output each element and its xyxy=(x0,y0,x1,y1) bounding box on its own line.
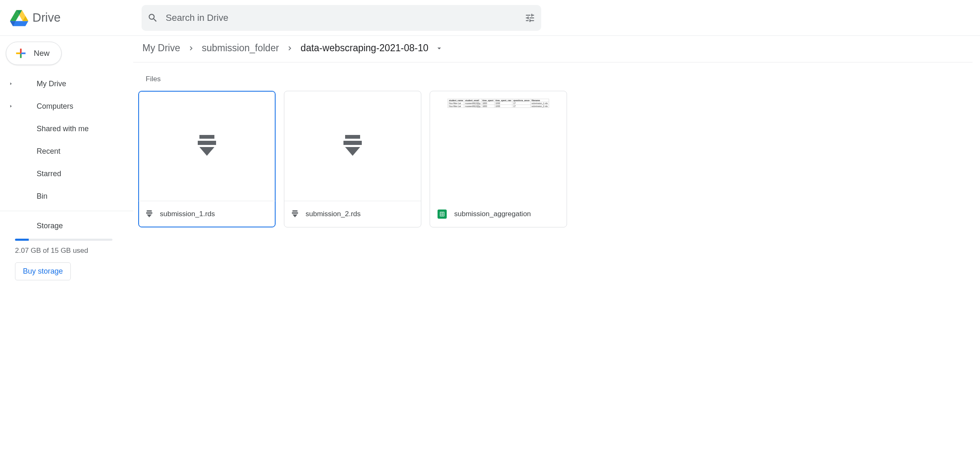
nav-item-starred[interactable]: Starred xyxy=(0,162,133,185)
svg-marker-11 xyxy=(293,215,298,217)
expand-caret-icon[interactable] xyxy=(7,80,14,87)
search-input[interactable] xyxy=(166,12,525,23)
file-card[interactable]: student_name student_email time_spent ti… xyxy=(430,91,567,227)
dropdown-caret-icon[interactable] xyxy=(435,44,443,52)
divider xyxy=(0,211,133,211)
nav-label: Bin xyxy=(37,192,47,201)
file-card[interactable]: submission_2.rds xyxy=(284,91,421,227)
expand-caret-icon[interactable] xyxy=(7,103,14,110)
logo-text: Drive xyxy=(32,11,61,25)
drive-logo-icon xyxy=(10,10,28,26)
file-footer: submission_aggregation xyxy=(430,201,567,227)
chevron-right-icon xyxy=(187,44,195,52)
svg-rect-10 xyxy=(292,212,298,214)
file-thumbnail: student_name student_email time_spent ti… xyxy=(430,91,567,201)
nav-item-storage[interactable]: Storage xyxy=(15,215,133,237)
breadcrumb-item[interactable]: My Drive xyxy=(139,41,184,55)
nav-item-computers[interactable]: Computers xyxy=(0,95,133,117)
storage-used-text: 2.07 GB of 15 GB used xyxy=(15,247,133,255)
svg-rect-1 xyxy=(198,141,216,145)
svg-marker-2 xyxy=(199,147,214,156)
logo[interactable]: Drive xyxy=(10,10,142,26)
generic-file-icon xyxy=(146,210,152,218)
nav-item-bin[interactable]: Bin xyxy=(0,185,133,207)
svg-rect-3 xyxy=(147,210,152,212)
file-footer: submission_2.rds xyxy=(284,201,421,227)
svg-rect-4 xyxy=(146,212,152,214)
nav-item-shared[interactable]: Shared with me xyxy=(0,117,133,140)
search-options-icon[interactable] xyxy=(525,12,535,23)
sheets-icon xyxy=(438,210,447,219)
nav-label: Computers xyxy=(37,102,73,111)
sheets-preview-table: student_name student_email time_spent ti… xyxy=(448,99,549,108)
breadcrumb-item-current[interactable]: data-webscraping-2021-08-10 xyxy=(297,41,432,55)
generic-file-icon xyxy=(198,135,216,157)
nav-label: My Drive xyxy=(37,80,66,88)
search-bar[interactable] xyxy=(142,5,541,31)
file-name: submission_aggregation xyxy=(454,210,531,218)
buy-storage-button[interactable]: Buy storage xyxy=(15,262,71,280)
nav-label: Starred xyxy=(37,170,61,178)
file-thumbnail xyxy=(284,91,421,201)
storage-label: Storage xyxy=(37,222,63,230)
nav-item-recent[interactable]: Recent xyxy=(0,140,133,162)
file-footer: submission_1.rds xyxy=(139,201,275,227)
nav-item-mydrive[interactable]: My Drive xyxy=(0,72,133,95)
plus-icon xyxy=(14,46,28,60)
chevron-right-icon xyxy=(286,44,294,52)
new-button[interactable]: New xyxy=(6,42,62,65)
nav-label: Shared with me xyxy=(37,125,89,133)
generic-file-icon xyxy=(292,210,298,218)
svg-rect-9 xyxy=(293,210,298,212)
file-grid: submission_1.rds xyxy=(133,91,973,227)
storage-section: Storage 2.07 GB of 15 GB used Buy storag… xyxy=(0,215,133,280)
svg-rect-0 xyxy=(199,135,214,139)
generic-file-icon xyxy=(343,135,362,157)
file-name: submission_2.rds xyxy=(306,210,361,218)
svg-marker-5 xyxy=(147,215,152,217)
new-button-label: New xyxy=(34,49,50,58)
file-name: submission_1.rds xyxy=(160,210,215,218)
main-content: My Drive submission_folder data-webscrap… xyxy=(133,36,980,459)
svg-rect-7 xyxy=(343,141,362,145)
storage-bar xyxy=(15,239,112,241)
nav-label: Recent xyxy=(37,147,60,156)
files-section-label: Files xyxy=(133,67,973,91)
storage-fill xyxy=(15,239,29,241)
search-icon xyxy=(147,12,158,23)
header: Drive xyxy=(0,0,980,36)
sidebar: New My Drive Computers xyxy=(0,36,133,459)
nav-list: My Drive Computers Shared with me xyxy=(0,72,133,207)
svg-marker-8 xyxy=(345,147,360,156)
file-thumbnail xyxy=(139,91,275,201)
breadcrumb-item[interactable]: submission_folder xyxy=(199,41,282,55)
breadcrumb: My Drive submission_folder data-webscrap… xyxy=(133,36,973,62)
svg-rect-6 xyxy=(345,135,360,139)
file-card[interactable]: submission_1.rds xyxy=(138,91,276,227)
